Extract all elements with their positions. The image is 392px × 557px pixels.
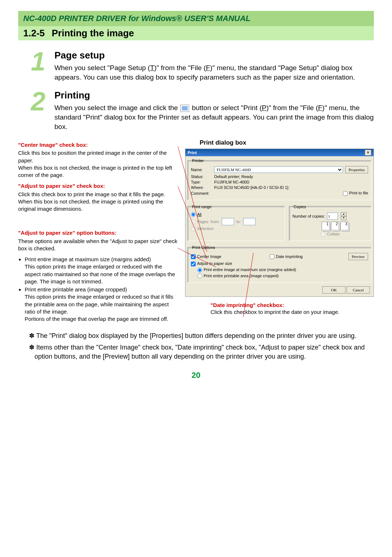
step-2: 2 Printing When you select the image and… [22, 90, 374, 131]
collate-icon: 123 [322, 222, 368, 230]
print-range-group: Print range All Pages from: to: Selectio… [188, 205, 285, 241]
copies-group: Copies Number of copies: ▲▼ 123 Collate [289, 205, 371, 241]
step-heading: Page setup [54, 50, 374, 61]
dialog-title: Print [188, 150, 197, 155]
crop-radio[interactable]: Print entire printable area (image cropp… [197, 274, 279, 279]
step-text: When you select "Page Setup (T)" from th… [54, 63, 374, 82]
print-toolbar-icon [180, 105, 189, 112]
step-number: 1 [22, 50, 54, 82]
print-dialog-label: Print dialog box [200, 139, 374, 146]
annotation-option-bullet-2: Print entire printable area (image cropp… [25, 286, 178, 323]
annotation-options-intro: These options are available when the "Ad… [18, 238, 178, 253]
annotation-adjust-body: Click this check box to print the image … [18, 191, 178, 213]
date-imprinting-checkbox[interactable]: Date imprinting [270, 254, 346, 259]
annotation-adjust-head: "Adjust to paper size" check box: [18, 182, 178, 190]
annotation-options-head: "Adjust to paper size" option buttons: [18, 229, 178, 237]
printer-group: Printer Name: FUJIFILM NC-400D Propertie… [188, 158, 371, 200]
where-value: FUJI SCSI NC450D [HA-ID 0 / SCSI-ID 1]: [214, 185, 368, 190]
printer-legend: Printer [191, 158, 205, 163]
step-1: 1 Page setup When you select "Page Setup… [22, 50, 374, 82]
type-label: Type: [191, 180, 212, 184]
section-title-bar: 1.2-5 Printing the image [18, 26, 374, 40]
status-value: Default printer; Ready [214, 174, 368, 179]
ok-button[interactable]: OK [322, 286, 346, 294]
section-number: 1.2-5 [23, 28, 45, 39]
annotation-date-body: Click this checkbox to imprint the date … [211, 309, 374, 315]
comment-label: Comment: [191, 191, 212, 195]
step-text: When you select the image and click the … [54, 103, 374, 131]
print-dialog: Print × Printer Name: FUJIFILM NC-400D P… [185, 149, 374, 297]
print-to-file-checkbox[interactable]: Print to file [343, 191, 368, 196]
annotation-center-head: "Center Image" check box: [18, 141, 178, 149]
status-label: Status: [191, 174, 212, 179]
max-size-radio[interactable]: Print entire image at maximum size (marg… [197, 267, 296, 273]
footnotes: ✽ The "Print" dialog box displayed by th… [18, 331, 374, 361]
section-title: Printing the image [52, 28, 134, 39]
preview-button[interactable]: Preview [348, 253, 368, 260]
manual-header: NC-400D PRINTER DRIVER for Windows® USER… [18, 11, 374, 26]
type-value: FUJIFILM NC-400D [214, 180, 368, 184]
annotation-center-body: Click this box to position the printed i… [18, 149, 178, 179]
print-options-group: Print Options Center Image Date imprinti… [188, 245, 371, 283]
options-legend: Print Options [191, 245, 216, 250]
copies-label: Number of copies: [293, 214, 325, 218]
page-number: 20 [18, 371, 374, 380]
close-button[interactable]: × [365, 150, 371, 156]
cancel-button[interactable]: Cancel [347, 286, 370, 294]
copies-legend: Copies [293, 205, 307, 209]
properties-button[interactable]: Properties [345, 166, 368, 173]
range-all-radio[interactable]: All [191, 212, 201, 217]
copies-input [327, 213, 338, 220]
annotation-option-bullet-1: Print entire image at maximum size (marg… [25, 256, 178, 285]
step-number: 2 [22, 90, 54, 131]
range-from-input[interactable] [222, 218, 234, 225]
center-image-checkbox[interactable]: Center Image [191, 254, 268, 259]
range-pages-radio[interactable]: Pages [191, 219, 208, 225]
range-legend: Print range [191, 205, 213, 209]
copies-spinner[interactable]: ▲▼ [341, 212, 347, 220]
range-selection-radio[interactable]: Selection [191, 226, 213, 231]
adjust-paper-checkbox[interactable]: Adjust to paper size [191, 261, 232, 266]
footnote-2: ✽ Items other than the "Center Image" ch… [29, 343, 374, 361]
range-to-input[interactable] [243, 218, 256, 225]
footnote-1: ✽ The "Print" dialog box displayed by th… [29, 331, 374, 340]
name-label: Name: [191, 167, 212, 172]
printer-select[interactable]: FUJIFILM NC-400D [214, 166, 343, 173]
step-heading: Printing [54, 90, 374, 101]
annotation-date-head: "Date imprinting" checkbox: [211, 302, 374, 308]
collate-checkbox[interactable]: Collate [321, 232, 339, 237]
where-label: Where: [191, 185, 212, 190]
